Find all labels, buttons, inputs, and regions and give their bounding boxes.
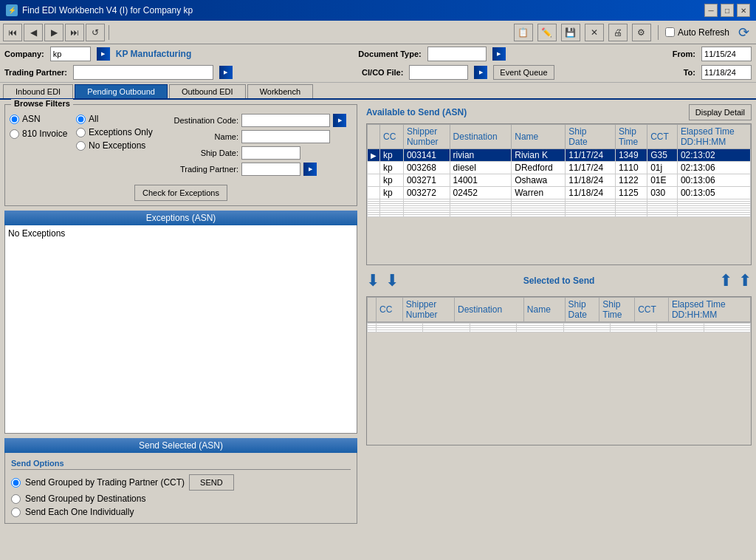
doc-type-label: Document Type: <box>358 49 421 58</box>
arrow-section: ⬇ ⬇ Selected to Send ⬆ ⬆ <box>366 268 752 293</box>
prev-btn[interactable]: ◀ <box>24 24 43 41</box>
radio-810[interactable]: 810 Invoice <box>10 129 69 139</box>
up-arrow-1[interactable]: ⬆ <box>719 271 732 290</box>
display-detail-btn[interactable]: Display Detail <box>689 104 752 120</box>
minimize-btn[interactable]: ─ <box>704 4 718 17</box>
ship-date-input[interactable] <box>241 146 300 160</box>
company-input[interactable] <box>50 47 91 61</box>
trading-partner-input[interactable] <box>73 65 213 80</box>
tab-inbound-edi[interactable]: Inbound EDI <box>3 84 73 98</box>
sel-col-ship-time: ShipTime <box>599 298 635 322</box>
ci-co-input[interactable] <box>409 65 468 80</box>
app-icon: ⚡ <box>6 4 18 16</box>
copy-btn[interactable]: 📋 <box>514 24 533 41</box>
send-option-2: Send Grouped by Destinations <box>11 494 351 504</box>
table-row[interactable]: ▶ kp 003141 rivian Rivian K 11/17/24 134… <box>368 149 751 162</box>
selected-table-header: CC ShipperNumber Destination Name ShipDa… <box>367 297 751 323</box>
available-to-send-header: Available to Send (ASN) Display Detail <box>366 104 752 120</box>
tab-outbound-edi[interactable]: Outbound EDI <box>169 84 246 98</box>
company-arrow-btn[interactable] <box>97 47 110 61</box>
separator <box>109 25 109 40</box>
event-queue-btn[interactable]: Event Queue <box>493 65 554 80</box>
table-row[interactable]: kp 003272 02452 Warren 11/18/24 1125 030… <box>368 187 751 199</box>
tp-filter-arrow-btn[interactable] <box>303 163 317 176</box>
doc-type-input[interactable] <box>427 47 487 61</box>
send-option-1: Send Grouped by Trading Partner (CCT) SE… <box>11 474 351 491</box>
refresh-icon[interactable]: ⟳ <box>734 23 753 42</box>
send-option-3-label: Send Each One Individually <box>25 507 134 517</box>
sel-col-cct: CCT <box>635 298 669 322</box>
available-to-send-table-container: CC ShipperNumber Destination Name ShipDa… <box>366 123 752 265</box>
exceptions-body: No Exceptions <box>4 225 357 434</box>
up-arrow-2[interactable]: ⬆ <box>738 271 752 290</box>
down-arrow-1[interactable]: ⬇ <box>366 271 379 290</box>
trading-partner-arrow-btn[interactable] <box>219 66 233 79</box>
edit-btn[interactable]: ✏️ <box>537 24 557 41</box>
radio-no-exceptions[interactable]: No Exceptions <box>76 140 157 151</box>
name-row: Name: <box>165 130 352 143</box>
auto-refresh: Auto Refresh <box>665 27 729 38</box>
sel-col-shipper: ShipperNumber <box>402 298 454 322</box>
from-input[interactable] <box>701 47 752 61</box>
down-arrow-2[interactable]: ⬇ <box>385 271 399 290</box>
down-arrows: ⬇ ⬇ <box>366 271 399 290</box>
send-radio-1[interactable] <box>11 478 21 488</box>
destination-code-input[interactable] <box>241 114 330 127</box>
dest-code-arrow-btn[interactable] <box>333 114 346 127</box>
save-btn[interactable]: 💾 <box>561 24 580 41</box>
table-row[interactable]: kp 003268 diesel DRedford 11/17/24 1110 … <box>368 162 751 174</box>
send-btn[interactable]: SEND <box>189 474 234 491</box>
auto-refresh-check[interactable] <box>665 27 675 37</box>
selected-header-table: CC ShipperNumber Destination Name ShipDa… <box>367 297 751 322</box>
send-options: Send Grouped by Trading Partner (CCT) SE… <box>11 474 351 517</box>
trading-partner-filter-label: Trading Partner: <box>165 165 238 174</box>
tab-workbench[interactable]: Workbench <box>247 84 313 98</box>
ship-date-row: Ship Date: <box>165 146 352 160</box>
to-label: To: <box>684 68 695 77</box>
restore-btn[interactable]: □ <box>721 4 734 17</box>
check-exceptions-btn[interactable]: Check for Exceptions <box>134 185 227 201</box>
available-to-send-scroll[interactable]: CC ShipperNumber Destination Name ShipDa… <box>367 124 751 264</box>
col-cct: CCT <box>647 125 678 149</box>
tab-pending-outbound[interactable]: Pending Outbound <box>75 84 168 98</box>
company-label: Company: <box>4 49 44 58</box>
last-btn[interactable]: ⏭ <box>65 24 84 41</box>
send-radio-3[interactable] <box>11 508 21 517</box>
next-btn[interactable]: ▶ <box>44 24 63 41</box>
avail-title: Available to Send (ASN) <box>366 107 467 117</box>
available-to-send-table: CC ShipperNumber Destination Name ShipDa… <box>367 124 751 217</box>
close-btn[interactable]: ✕ <box>737 4 750 17</box>
destination-code-row: Destination Code: <box>165 114 352 127</box>
radio-exceptions-only[interactable]: Exceptions Only <box>76 127 157 137</box>
trading-partner-filter-input[interactable] <box>241 163 300 176</box>
exceptions-panel: Exceptions (ASN) No Exceptions <box>4 211 357 434</box>
sel-col-marker <box>368 298 377 322</box>
ci-co-arrow-btn[interactable] <box>474 66 487 79</box>
first-btn[interactable]: ⏮ <box>3 24 22 41</box>
company-name: KP Manufacturing <box>116 49 191 59</box>
doc-type-arrow-btn[interactable] <box>492 47 506 61</box>
destination-code-label: Destination Code: <box>165 116 238 125</box>
send-selected-body: Send Options Send Grouped by Trading Par… <box>4 453 357 524</box>
ci-co-label: CI/CO File: <box>362 68 403 77</box>
to-input[interactable] <box>701 65 752 80</box>
radio-all[interactable]: All <box>76 114 157 124</box>
trading-partner-label: Trading Partner: <box>4 68 67 77</box>
table-row <box>368 330 751 332</box>
print-btn[interactable]: 🖨 <box>608 24 628 41</box>
browse-filters-legend: Browse Filters <box>11 99 73 108</box>
radio-asn[interactable]: ASN <box>10 114 69 124</box>
table-row[interactable]: kp 003271 14001 Oshawa 11/18/24 1122 01E… <box>368 174 751 187</box>
send-radio-2[interactable] <box>11 494 21 504</box>
title-bar: ⚡ Find EDI Workbench V4 (I) for Company … <box>0 0 756 21</box>
toolbar: ⏮ ◀ ▶ ⏭ ↺ 📋 ✏️ 💾 ✕ 🖨 ⚙ Auto Refresh ⟳ <box>0 21 756 44</box>
sel-col-cc: CC <box>377 298 403 322</box>
selected-to-send-table-container: CC ShipperNumber Destination Name ShipDa… <box>366 296 752 445</box>
sel-col-elapsed: Elapsed TimeDD:HH:MM <box>668 298 750 322</box>
selected-to-send-scroll[interactable] <box>367 323 751 445</box>
name-input[interactable] <box>241 130 330 143</box>
delete-btn[interactable]: ✕ <box>585 24 604 41</box>
settings-btn[interactable]: ⚙ <box>632 24 651 41</box>
refresh-btn[interactable]: ↺ <box>86 24 105 41</box>
sel-col-dest: Destination <box>455 298 524 322</box>
